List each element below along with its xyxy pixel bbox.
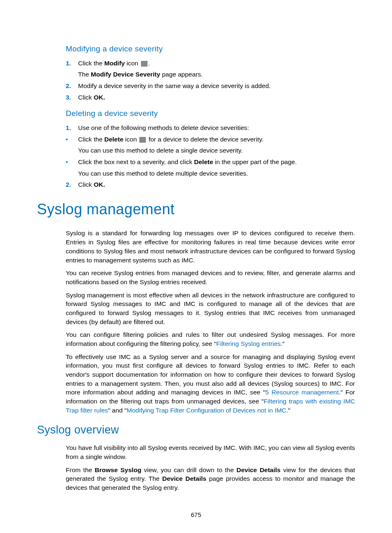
modify-icon (141, 61, 148, 67)
paragraph: You can receive Syslog entries from mana… (66, 269, 355, 286)
step-text: Use one of the following methods to dele… (78, 123, 355, 132)
list-number: 2. (66, 180, 78, 189)
delete-icon (139, 137, 146, 143)
paragraph: You can configure filtering policies and… (66, 330, 355, 348)
paragraph: Syslog management is most effective when… (66, 291, 355, 327)
heading-modifying-severity: Modifying a device severity (66, 44, 355, 55)
link-modifying-trap-filter[interactable]: Modifying Trap Filter Configuration of D… (127, 407, 286, 414)
paragraph: From the Browse Syslog view, you can dri… (66, 466, 355, 492)
page-content: Modifying a device severity 1. Click the… (0, 0, 392, 521)
list-number: 1. (66, 59, 78, 68)
link-resource-management[interactable]: 5 Resource management (265, 389, 339, 396)
step-text: Modify a device severity in the same way… (78, 81, 355, 90)
bullet-text: Click the Delete icon for a device to de… (78, 135, 355, 144)
heading-deleting-severity: Deleting a device severity (66, 108, 355, 119)
bullet-subtext: You can use this method to delete a sing… (78, 146, 355, 155)
step-text: Click the Modify icon . (78, 59, 355, 68)
paragraph: You have full visibility into all Syslog… (66, 443, 355, 461)
bullet-subtext: You can use this method to delete multip… (78, 169, 355, 178)
bullet-icon: • (66, 158, 78, 167)
bullet-text: Click the box next to a severity, and cl… (78, 158, 355, 167)
step-text: Click OK. (78, 180, 355, 189)
link-filtering-syslog-entries[interactable]: Filtering Syslog entries (216, 340, 281, 347)
bullet-icon: • (66, 135, 78, 144)
list-number: 3. (66, 93, 78, 102)
paragraph: To effectively use IMC as a Syslog serve… (66, 352, 355, 415)
list-number: 1. (66, 123, 78, 132)
list-number: 2. (66, 81, 78, 90)
step-subtext: The Modify Device Severity page appears. (78, 70, 355, 79)
paragraph: Syslog is a standard for forwarding log … (66, 229, 355, 264)
step-text: Click OK. (78, 93, 355, 102)
heading-syslog-overview: Syslog overview (37, 422, 355, 438)
page-number: 675 (0, 510, 392, 519)
heading-syslog-management: Syslog management (37, 199, 355, 220)
